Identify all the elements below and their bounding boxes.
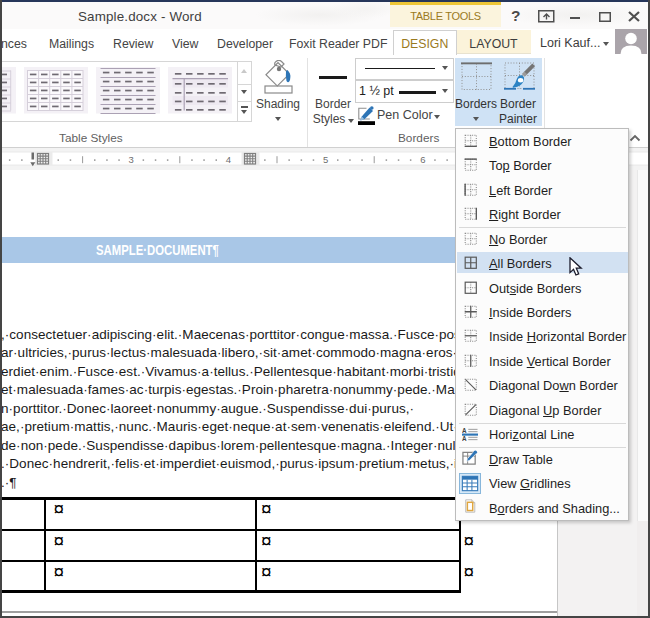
svg-text:5: 5	[323, 154, 328, 165]
svg-text:4: 4	[226, 154, 231, 165]
svg-text:A: A	[462, 428, 467, 434]
svg-text:6: 6	[420, 154, 425, 165]
svg-text:A: A	[462, 434, 467, 440]
svg-text:3: 3	[129, 154, 134, 165]
